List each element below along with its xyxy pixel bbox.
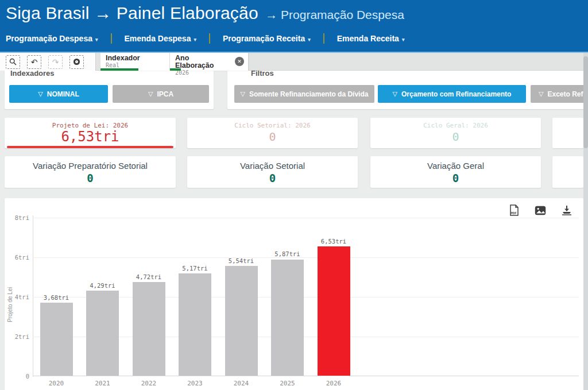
kpi-variacao-preparatorio-setorial[interactable]: Variação Preparatório Setorial 0: [5, 156, 176, 188]
kpi-label: Variação Preparatório Setorial: [5, 156, 176, 171]
chip-value: Real: [106, 62, 164, 68]
clear-selections-icon[interactable]: [69, 55, 84, 69]
x-axis-line: [33, 376, 579, 376]
nav-emenda-despesa[interactable]: Emenda Despesa▾: [125, 34, 196, 43]
nav-emenda-receita[interactable]: Emenda Receita▾: [337, 34, 405, 43]
filter-button-somente-refinanciamento[interactable]: ▽ Somente Refinanciamento da Dívida: [234, 85, 374, 103]
selections-toolbar: ↶ ↷: [0, 53, 96, 71]
kpi-variacao-setorial[interactable]: Variação Setorial 0: [187, 156, 358, 188]
download-icon[interactable]: [560, 204, 573, 217]
kpi-partial-card: [552, 118, 583, 148]
bar-value-label: 4,72tri: [126, 273, 172, 280]
filter-button-label: NOMINAL: [47, 90, 79, 98]
export-image-icon[interactable]: [534, 204, 547, 217]
selection-chip-indexador[interactable]: Indexador Real: [100, 53, 169, 71]
filter-button-orcamento-com-refinanciamento[interactable]: ▽ Orçamento com Refinanciamento: [378, 85, 526, 103]
selections-bar: ↶ ↷ Indexador Real Ano Elaboração 2026 ✕: [0, 53, 588, 71]
bar-2020[interactable]: [40, 303, 73, 376]
kpi-label: Variação Setorial: [187, 156, 358, 171]
bar-value-label: 6,53tri: [311, 238, 357, 245]
kpi-value: 0: [370, 172, 541, 184]
kpi-label: Ciclo Setorial: 2026: [187, 118, 358, 129]
svg-text:PDF: PDF: [511, 211, 517, 215]
kpi-projeto-de-lei[interactable]: Projeto de Lei: 2026 6,53tri: [5, 118, 176, 148]
selection-chip-ano-elaboracao[interactable]: Ano Elaboração 2026 ✕: [169, 53, 248, 71]
kpi-ciclo-setorial[interactable]: Ciclo Setorial: 2026 0: [187, 118, 358, 148]
bar-value-label: 5,87tri: [265, 250, 311, 257]
x-axis-tick-label: 2023: [172, 380, 218, 387]
bar-2022[interactable]: [133, 282, 165, 376]
nav-divider: [209, 33, 210, 44]
step-back-icon[interactable]: ↶: [27, 55, 41, 69]
dashboard-screen: Siga Brasil → Painel Elaboração → Progra…: [0, 0, 588, 390]
y-axis-tick-label: 2tri: [6, 333, 29, 340]
nav-programacao-despesa[interactable]: Programação Despesa▾: [6, 34, 98, 43]
bar-value-label: 5,17tri: [172, 265, 218, 272]
chevron-down-icon: ▾: [95, 37, 98, 43]
selections-search-icon[interactable]: [6, 55, 20, 69]
vertical-scrollbar[interactable]: [583, 53, 588, 390]
filter-button-label: Orçamento com Refinanciamento: [401, 90, 511, 98]
bar-value-label: 3,68tri: [33, 294, 79, 301]
kpi-partial-card: [552, 156, 583, 188]
scrollbar-thumb[interactable]: [583, 56, 588, 148]
bar-2026[interactable]: [318, 246, 350, 376]
chip-field: Indexador: [106, 55, 164, 62]
step-forward-icon[interactable]: ↷: [48, 55, 63, 69]
bar-2024[interactable]: [225, 266, 258, 376]
close-icon[interactable]: ✕: [235, 57, 244, 66]
x-axis-tick-label: 2026: [311, 380, 357, 387]
chip-value: 2026: [175, 69, 230, 76]
kpi-variacao-geral[interactable]: Variação Geral 0: [370, 156, 541, 188]
bar-2025[interactable]: [271, 260, 304, 376]
filter-button-nominal[interactable]: ▽ NOMINAL: [9, 85, 108, 103]
filtros-panel: Filtros ▽ Somente Refinanciamento da Dív…: [227, 64, 588, 109]
bar-value-label: 5,54tri: [218, 257, 264, 264]
page-title: Siga Brasil → Painel Elaboração → Progra…: [6, 3, 404, 23]
x-axis-tick-label: 2022: [126, 380, 172, 387]
y-axis-tick-label: 6tri: [6, 254, 29, 261]
funnel-icon: ▽: [38, 90, 42, 98]
title-primary: Siga Brasil → Painel Elaboração: [6, 3, 258, 22]
filter-button-label: Exceto Ref: [547, 90, 583, 98]
kpi-underline: [7, 146, 173, 148]
chart-export-toolbar: PDF: [508, 204, 573, 217]
gridline: [33, 218, 579, 218]
x-axis-tick-label: 2025: [265, 380, 311, 387]
app-header: Siga Brasil → Painel Elaboração → Progra…: [0, 0, 588, 53]
selection-chips: Indexador Real Ano Elaboração 2026 ✕: [100, 53, 248, 71]
nav-programacao-receita[interactable]: Programação Receita▾: [223, 34, 311, 43]
x-axis-tick-label: 2024: [218, 380, 264, 387]
filter-button-label: Somente Refinanciamento da Dívida: [249, 90, 368, 98]
title-secondary: → Programação Despesa: [265, 8, 404, 21]
chevron-down-icon: ▾: [308, 37, 311, 43]
kpi-value: 0: [5, 172, 176, 184]
main-nav: Programação Despesa▾ Emenda Despesa▾ Pro…: [6, 33, 404, 44]
funnel-icon: ▽: [539, 90, 543, 98]
x-axis-tick-label: 2021: [80, 380, 126, 387]
kpi-value: 0: [370, 129, 541, 144]
y-axis-title: Projeto de Lei: [7, 267, 13, 342]
filter-button-label: IPCA: [157, 90, 173, 98]
kpi-value: 0: [187, 172, 358, 184]
kpi-ciclo-geral[interactable]: Ciclo Geral: 2026 0: [370, 118, 541, 148]
kpi-label: Projeto de Lei: 2026: [5, 118, 176, 129]
bar-2021[interactable]: [86, 291, 119, 376]
nav-divider: [323, 33, 324, 44]
funnel-icon: ▽: [393, 90, 397, 98]
chevron-down-icon: ▾: [402, 37, 405, 43]
filter-button-exceto-refinanciamento[interactable]: ▽ Exceto Ref: [531, 85, 588, 103]
export-pdf-icon[interactable]: PDF: [508, 204, 520, 217]
bar-chart-plot-area: 02tri4tri6tri8tri3,68tri20204,29tri20214…: [33, 218, 579, 376]
chip-field: Ano Elaboração: [175, 55, 230, 69]
bar-value-label: 4,29tri: [80, 282, 126, 289]
y-axis-tick-label: 4tri: [6, 294, 29, 300]
nav-divider: [111, 33, 112, 44]
bar-2023[interactable]: [179, 273, 211, 376]
filter-button-ipca[interactable]: ▽ IPCA: [113, 85, 209, 103]
kpi-label: Ciclo Geral: 2026: [370, 118, 541, 129]
chevron-down-icon: ▾: [194, 37, 196, 43]
selection-progress-bar: [100, 68, 138, 71]
funnel-icon: ▽: [148, 90, 153, 98]
x-axis-tick-label: 2020: [33, 380, 79, 387]
